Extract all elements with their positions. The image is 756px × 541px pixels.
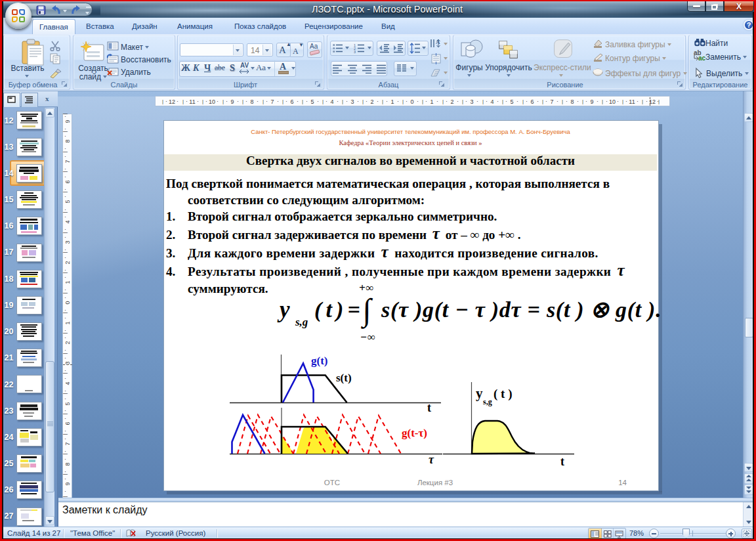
svg-text:s(t): s(t) <box>336 372 352 384</box>
svg-text:( t ): ( t ) <box>494 387 512 401</box>
svg-text:τ: τ <box>429 453 434 466</box>
svg-text:3: 3 <box>354 50 356 54</box>
svg-text:y: y <box>476 385 483 401</box>
svg-text:t: t <box>427 401 431 414</box>
svg-text:t: t <box>560 455 564 468</box>
svg-text:g(t): g(t) <box>311 355 327 367</box>
svg-text:A: A <box>436 39 440 45</box>
svg-text:s,g: s,g <box>483 397 492 406</box>
svg-text:g(t-τ): g(t-τ) <box>402 427 427 439</box>
